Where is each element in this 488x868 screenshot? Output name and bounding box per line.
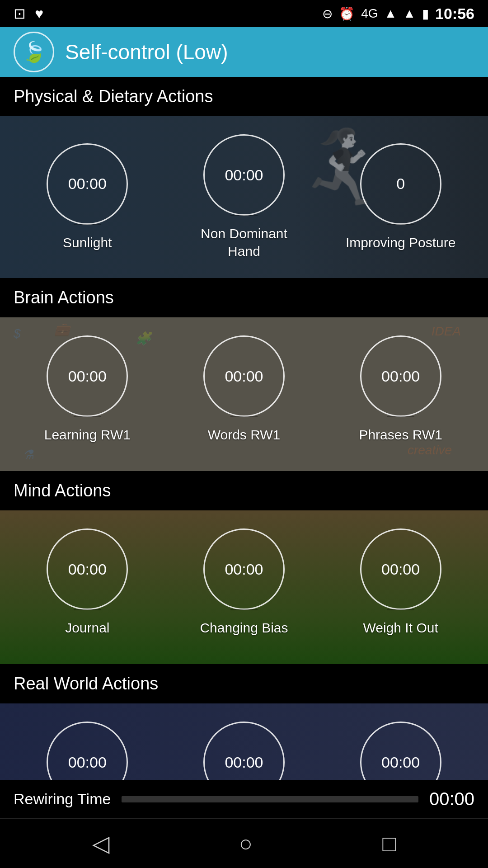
- changing-bias-item[interactable]: 00:00 Changing Bias: [181, 528, 307, 637]
- bottom-bar: Rewiring Time 00:00 ◁ ○ □: [0, 780, 488, 868]
- physical-items: 00:00 Sunlight 00:00 Non DominantHand 0 …: [0, 116, 488, 278]
- app-title: Self-control (Low): [65, 40, 228, 64]
- home-button[interactable]: ○: [239, 830, 253, 857]
- improving-posture-label: Improving Posture: [346, 234, 455, 251]
- alarm-icon: ⏰: [339, 6, 355, 21]
- status-left-icons: ⊡ ♥: [14, 5, 43, 22]
- rewiring-progress-container: [122, 796, 418, 802]
- sunlight-label: Sunlight: [63, 234, 112, 251]
- weigh-it-out-label: Weigh It Out: [363, 619, 438, 637]
- non-dominant-hand-item[interactable]: 00:00 Non DominantHand: [181, 134, 307, 260]
- words-rw1-item[interactable]: 00:00 Words RW1: [181, 335, 307, 443]
- do-not-disturb-icon: ⊖: [322, 6, 333, 21]
- weigh-it-out-item[interactable]: 00:00 Weigh It Out: [338, 528, 464, 637]
- journal-item[interactable]: 00:00 Journal: [24, 528, 150, 637]
- rewiring-bar: Rewiring Time 00:00: [0, 780, 488, 818]
- nav-bar: ◁ ○ □: [0, 818, 488, 868]
- weigh-it-out-timer[interactable]: 00:00: [360, 528, 441, 610]
- improving-posture-timer[interactable]: 0: [360, 143, 441, 225]
- brain-section: Brain Actions $ 💼 🧩 IDEA ⚗ creative 00:0…: [0, 278, 488, 471]
- sunlight-item[interactable]: 00:00 Sunlight: [24, 143, 150, 251]
- mind-section-header: Mind Actions: [0, 471, 488, 510]
- non-dominant-timer[interactable]: 00:00: [203, 134, 285, 216]
- rewiring-label: Rewiring Time: [14, 790, 111, 808]
- journal-label: Journal: [65, 619, 109, 637]
- phrases-label: Phrases RW1: [359, 426, 442, 443]
- changing-bias-label: Changing Bias: [200, 619, 288, 637]
- rewiring-time-value: 00:00: [429, 789, 474, 809]
- changing-bias-timer[interactable]: 00:00: [203, 528, 285, 610]
- learning-label: Learning RW1: [44, 426, 131, 443]
- phrases-timer[interactable]: 00:00: [360, 335, 441, 417]
- brain-action-section: $ 💼 🧩 IDEA ⚗ creative 00:00 Learning RW1…: [0, 317, 488, 471]
- status-time: 10:56: [435, 5, 474, 23]
- phrases-rw1-item[interactable]: 00:00 Phrases RW1: [338, 335, 464, 443]
- mind-section: Mind Actions 00:00 Journal 00:00 Changin…: [0, 471, 488, 664]
- words-timer[interactable]: 00:00: [203, 335, 285, 417]
- learning-rw1-item[interactable]: 00:00 Learning RW1: [24, 335, 150, 443]
- physical-section-header: Physical & Dietary Actions: [0, 77, 488, 116]
- heart-icon: ♥: [35, 5, 43, 22]
- status-bar: ⊡ ♥ ⊖ ⏰ 4G ▲ ▲ ▮ 10:56: [0, 0, 488, 27]
- physical-section: Physical & Dietary Actions 🏃‍♀️ 00:00 Su…: [0, 77, 488, 278]
- brain-items: 00:00 Learning RW1 00:00 Words RW1 00:00…: [0, 317, 488, 462]
- network-label: 4G: [361, 6, 378, 21]
- back-button[interactable]: ◁: [92, 830, 109, 857]
- improving-posture-item[interactable]: 0 Improving Posture: [338, 143, 464, 251]
- realworld-section-header: Real World Actions: [0, 664, 488, 703]
- status-right-icons: ⊖ ⏰ 4G ▲ ▲ ▮ 10:56: [322, 5, 474, 23]
- photo-icon: ⊡: [14, 5, 26, 22]
- mind-items: 00:00 Journal 00:00 Changing Bias 00:00 …: [0, 510, 488, 655]
- battery-icon: ▮: [422, 6, 429, 21]
- signal2-icon: ▲: [403, 6, 416, 21]
- brain-section-header: Brain Actions: [0, 278, 488, 317]
- learning-timer[interactable]: 00:00: [47, 335, 128, 417]
- recents-button[interactable]: □: [382, 830, 396, 857]
- journal-timer[interactable]: 00:00: [47, 528, 128, 610]
- words-label: Words RW1: [208, 426, 281, 443]
- sunlight-timer[interactable]: 00:00: [47, 143, 128, 225]
- app-header: 🍃 Self-control (Low): [0, 27, 488, 77]
- logo-icon: 🍃: [22, 40, 47, 64]
- app-logo: 🍃: [14, 32, 54, 72]
- mind-action-section: 00:00 Journal 00:00 Changing Bias 00:00 …: [0, 510, 488, 664]
- signal-icon: ▲: [385, 6, 397, 21]
- non-dominant-label: Non DominantHand: [201, 225, 287, 260]
- physical-action-section: 🏃‍♀️ 00:00 Sunlight 00:00 Non DominantHa…: [0, 116, 488, 278]
